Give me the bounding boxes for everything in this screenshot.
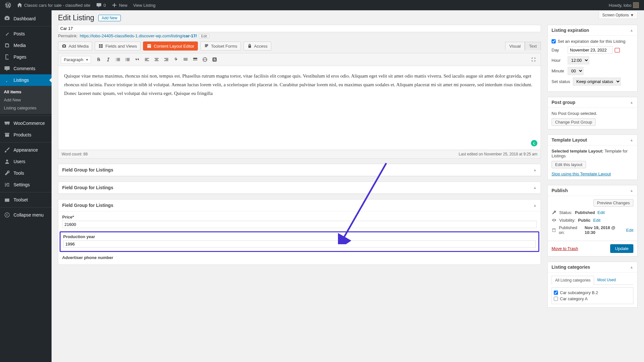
wp-logo-link[interactable]	[3, 2, 13, 8]
collapse-icon: ▲	[630, 100, 633, 104]
metabox-header[interactable]: Field Group for Listings▲	[58, 164, 541, 176]
submenu-all-items[interactable]: All items	[0, 88, 52, 96]
editor-toolbar: Add Media Fields and Views Content Layou…	[58, 42, 541, 51]
menu-users[interactable]: Users	[0, 156, 52, 167]
expiration-minute-select[interactable]: 00	[568, 67, 583, 75]
expand-button[interactable]	[529, 55, 538, 64]
comment-icon	[4, 65, 10, 72]
phone-label: Advertiser phone number	[62, 255, 537, 260]
view-listing-link[interactable]: View Listing	[131, 3, 157, 8]
block-format-select[interactable]: Paragraph ▼	[61, 56, 91, 63]
comments-link[interactable]: 0	[94, 2, 108, 8]
expiration-day-input[interactable]	[568, 46, 613, 54]
permalink-link[interactable]: https://lobo-24405-classifieds-1.discove…	[80, 33, 197, 38]
tab-visual[interactable]: Visual	[505, 42, 525, 50]
sidebox-header[interactable]: Listing expiration▲	[548, 25, 637, 36]
howdy-link[interactable]: Howdy, lobo	[607, 2, 641, 8]
stop-template-link[interactable]: Stop using this Template Layout	[552, 172, 611, 176]
ol-button[interactable]	[123, 55, 132, 64]
menu-woocommerce[interactable]: WooCommerce	[0, 117, 52, 129]
form-icon	[204, 43, 209, 49]
calendar-icon	[552, 227, 556, 233]
metabox-header[interactable]: Field Group for Listings▲	[58, 182, 541, 194]
bold-icon	[96, 57, 101, 62]
category-list[interactable]: Car subcategory B.2 Car category A	[552, 287, 633, 304]
expiration-hour-select[interactable]: 12:00	[568, 56, 589, 64]
sliders-icon	[4, 181, 10, 188]
collapse-icon: ▲	[630, 28, 633, 32]
edit-layout-button[interactable]: Edit this layout	[552, 161, 586, 168]
menu-toolset[interactable]: Toolset	[0, 194, 52, 206]
quote-button[interactable]	[133, 55, 142, 64]
align-center-icon	[154, 57, 159, 62]
lock-icon	[247, 43, 252, 49]
menu-collapse[interactable]: Collapse menu	[0, 209, 52, 221]
expiration-checkbox[interactable]	[552, 39, 556, 43]
menu-products[interactable]: Products	[0, 129, 52, 141]
screen-options-toggle[interactable]: Screen Options ▼	[599, 12, 638, 19]
calendar-icon[interactable]	[615, 48, 620, 52]
page-title: Edit Listing	[58, 14, 94, 22]
more-button[interactable]	[181, 55, 190, 64]
align-center-button[interactable]	[152, 55, 161, 64]
grammarly-icon[interactable]	[531, 140, 537, 146]
add-new-button[interactable]: Add New	[98, 15, 121, 21]
bold-button[interactable]	[94, 55, 103, 64]
update-button[interactable]: Update	[610, 244, 633, 253]
content-header: Edit Listing Add New Screen Options ▼	[58, 14, 638, 22]
add-media-button[interactable]: Add Media	[58, 42, 92, 51]
listing-title-input[interactable]	[58, 25, 541, 32]
status-edit-link[interactable]: Edit	[598, 210, 605, 215]
site-home-link[interactable]: Classic cars for sale - classified site	[15, 2, 92, 8]
category-checkbox[interactable]	[554, 291, 558, 295]
sidebox-header[interactable]: Publish▲	[548, 185, 637, 196]
sidebox-header[interactable]: Listing categories▲	[548, 262, 637, 273]
category-item[interactable]: Car subcategory B.2	[554, 290, 631, 296]
tab-most-used[interactable]: Most Used	[594, 276, 619, 284]
move-trash-link[interactable]: Move to Trash	[552, 246, 578, 251]
editor-body[interactable]: Quisque vitae metus maximus, rhoncus nis…	[58, 66, 541, 150]
fields-views-button[interactable]: Fields and Views	[95, 42, 140, 51]
publishdate-edit-link[interactable]: Edit	[626, 228, 633, 233]
italic-button[interactable]	[104, 55, 113, 64]
change-postgroup-button[interactable]: Change Post Group	[552, 118, 596, 126]
metabox-header[interactable]: Field Group for Listings▲	[58, 200, 541, 211]
toolbar-toggle-button[interactable]	[191, 55, 200, 64]
tinymce-toolbar: Paragraph ▼	[58, 53, 541, 66]
menu-comments[interactable]: Comments	[0, 63, 52, 74]
toolset-forms-button[interactable]: Toolset Forms	[200, 42, 241, 51]
new-link[interactable]: New	[110, 2, 129, 8]
category-item[interactable]: Car category A	[554, 296, 631, 302]
preview-changes-button[interactable]: Preview Changes	[593, 199, 633, 207]
bootstrap-button[interactable]	[210, 55, 219, 64]
menu-posts[interactable]: Posts	[0, 28, 52, 40]
menu-media[interactable]: Media	[0, 40, 52, 51]
shortcode-button[interactable]	[200, 55, 209, 64]
sidebox-header[interactable]: Template Layout▲	[548, 135, 637, 145]
price-input[interactable]	[62, 221, 537, 228]
menu-pages[interactable]: Pages	[0, 51, 52, 63]
submenu-add-new[interactable]: Add New	[0, 96, 52, 104]
visibility-edit-link[interactable]: Edit	[593, 218, 600, 223]
tab-all-categories[interactable]: All Listing categories	[552, 276, 594, 285]
menu-listings[interactable]: Listings	[0, 74, 52, 86]
permalink-edit-button[interactable]: Edit	[199, 34, 209, 38]
align-left-button[interactable]	[142, 55, 151, 64]
expiration-status-select[interactable]: Keep original status	[573, 78, 621, 86]
menu-dashboard[interactable]: Dashboard	[0, 13, 52, 24]
year-input[interactable]	[63, 240, 536, 248]
category-checkbox[interactable]	[554, 297, 558, 301]
tab-text[interactable]: Text	[525, 42, 541, 50]
menu-settings[interactable]: Settings	[0, 179, 52, 190]
submenu-listing-categories[interactable]: Listing categories	[0, 104, 52, 112]
align-right-button[interactable]	[162, 55, 171, 64]
sidebox-header[interactable]: Post group▲	[548, 97, 637, 108]
menu-tools[interactable]: Tools	[0, 167, 52, 179]
home-icon	[17, 2, 23, 8]
content-layout-button[interactable]: Content Layout Editor	[143, 42, 198, 51]
site-name: Classic cars for sale - classified site	[24, 3, 90, 8]
menu-appearance[interactable]: Appearance	[0, 144, 52, 156]
access-button[interactable]: Access	[244, 42, 271, 51]
link-button[interactable]	[171, 55, 180, 64]
ul-button[interactable]	[113, 55, 122, 64]
